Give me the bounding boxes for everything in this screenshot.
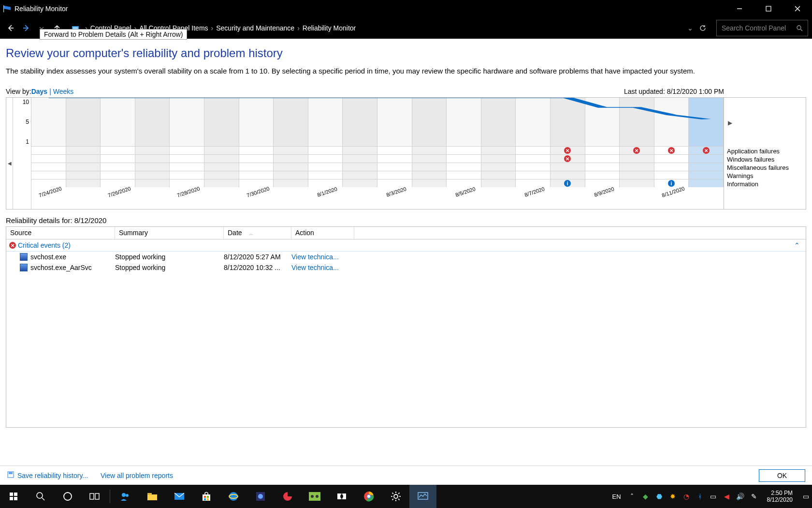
last-updated-value: 8/12/2020 1:00 PM [667,88,724,95]
tray-icon[interactable]: ◆ [641,493,650,500]
breadcrumb-item[interactable]: Reliability Monitor [303,24,356,32]
taskbar-app-reliability-monitor[interactable] [409,485,436,508]
chart-day-column[interactable]: ✕ [689,98,724,209]
system-tray[interactable]: EN ˄ ◆ ⬣ ✸ ◔ ᚼ ▭ ◀ 🔊 ✎ 2:50 PM 8/12/2020… [612,490,812,504]
tray-battery-icon[interactable]: ▭ [709,493,718,500]
tray-bluetooth-icon[interactable]: ᚼ [696,493,704,500]
view-by-weeks[interactable]: Weeks [53,88,74,95]
save-reliability-history-link[interactable]: Save reliability history... [17,472,88,479]
svg-rect-29 [207,496,209,498]
close-button[interactable] [783,0,812,17]
svg-rect-25 [147,493,152,495]
tray-chevron-up-icon[interactable]: ˄ [628,493,637,500]
chart-day-column[interactable] [135,98,170,209]
chart-day-column[interactable] [274,98,308,209]
chart-scroll-left[interactable]: ◀ [6,98,13,209]
exe-icon [20,264,28,271]
view-all-problem-reports-link[interactable]: View all problem reports [101,472,173,479]
svg-point-37 [311,495,314,498]
maximize-button[interactable] [754,0,783,17]
view-by-days[interactable]: Days [31,88,47,95]
chart-day-column[interactable]: ✕i8/11/2020 [654,98,689,209]
svg-line-10 [800,29,802,31]
chart-day-column[interactable]: 8/3/2020 [377,98,412,209]
taskbar-app-ccleaner[interactable] [274,485,301,508]
minimize-button[interactable] [725,0,754,17]
taskbar[interactable]: EN ˄ ◆ ⬣ ✸ ◔ ᚼ ▭ ◀ 🔊 ✎ 2:50 PM 8/12/2020… [0,485,812,508]
tray-clock[interactable]: 2:50 PM 8/12/2020 [767,490,793,504]
table-row[interactable]: svchost.exe_AarSvcStopped working8/12/20… [6,262,806,273]
taskbar-app-chrome[interactable] [355,485,382,508]
chart-day-column[interactable]: 8/5/2020 [447,98,481,209]
group-label: Critical events (2) [18,241,71,249]
collapse-icon[interactable]: ⌃ [794,241,800,249]
forward-button[interactable] [19,21,33,35]
col-action[interactable]: Action [291,227,354,239]
col-summary[interactable]: Summary [115,227,224,239]
taskbar-search[interactable] [27,485,54,508]
col-source[interactable]: Source [6,227,115,239]
taskbar-app-generic-2[interactable] [301,485,328,508]
taskbar-app-mail[interactable] [166,485,193,508]
taskbar-app-settings[interactable] [382,485,409,508]
page-description: The stability index assesses your system… [6,67,806,75]
svg-line-48 [392,493,393,494]
chart-day-column[interactable]: 8/7/2020 [516,98,551,209]
view-details-link[interactable]: View technica... [291,253,354,261]
tray-icon[interactable]: ◔ [682,493,691,500]
cortana-button[interactable] [54,485,81,508]
chart-day-column[interactable]: ✕ [620,98,654,209]
tray-pen-icon[interactable]: ✎ [750,493,758,500]
chart-columns[interactable]: 7/24/20207/26/20207/28/20207/30/20208/1/… [31,98,724,209]
error-icon: ✕ [9,242,16,249]
breadcrumb-dropdown[interactable]: ⌄ [687,24,693,32]
chart-day-column[interactable]: 8/1/2020 [308,98,343,209]
refresh-button[interactable] [696,24,710,32]
tray-action-center-icon[interactable]: ▭ [801,493,810,500]
chart-day-column[interactable] [343,98,377,209]
tray-volume-icon[interactable]: 🔊 [736,493,745,500]
chart-day-column[interactable] [66,98,101,209]
taskbar-app-people[interactable] [112,485,139,508]
svg-point-9 [797,26,801,30]
chart-scroll-right[interactable]: ▶ [727,99,806,147]
taskbar-app-explorer[interactable] [139,485,166,508]
chart-day-column[interactable]: 7/28/2020 [170,98,204,209]
svg-rect-13 [10,493,13,496]
start-button[interactable] [0,485,27,508]
view-details-link[interactable]: View technica... [291,264,354,271]
chart-day-column[interactable]: 7/30/2020 [239,98,274,209]
ok-button[interactable]: OK [759,469,805,482]
tray-language[interactable]: EN [612,493,621,500]
chart-day-column[interactable] [481,98,516,209]
chart-day-column[interactable] [204,98,239,209]
chart-day-column[interactable]: 8/9/2020 [585,98,620,209]
col-date[interactable]: Date︿ [224,227,291,239]
chart-day-column[interactable] [412,98,447,209]
task-view-button[interactable] [81,485,108,508]
legend-misc-failures: Miscellaneous failures [727,164,806,172]
chart-day-column[interactable]: ✕✕i [551,98,585,209]
view-by-label: View by: [6,88,31,95]
back-button[interactable] [4,21,17,35]
svg-rect-28 [204,496,206,498]
search-input[interactable]: Search Control Panel [716,20,808,36]
taskbar-app-generic-1[interactable] [247,485,274,508]
svg-rect-27 [203,494,210,501]
table-row[interactable]: svchost.exeStopped working8/12/2020 5:27… [6,252,806,262]
svg-point-32 [229,492,238,501]
legend-app-failures: Application failures [727,147,806,155]
taskbar-app-ie[interactable] [220,485,247,508]
taskbar-app-store[interactable] [193,485,220,508]
tray-icon[interactable]: ◀ [723,493,731,500]
svg-line-51 [392,499,393,500]
breadcrumb-item[interactable]: Security and Maintenance [216,24,294,32]
tray-icon[interactable]: ⬣ [655,493,664,500]
taskbar-app-dolby[interactable] [328,485,355,508]
exe-icon [20,253,28,261]
chart-day-column[interactable]: 7/26/2020 [101,98,135,209]
tray-icon[interactable]: ✸ [668,493,677,500]
details-headers[interactable]: Source Summary Date︿ Action [6,227,806,239]
chart-day-column[interactable]: 7/24/2020 [31,98,66,209]
group-critical-events[interactable]: ✕ Critical events (2) ⌃ [6,239,806,252]
